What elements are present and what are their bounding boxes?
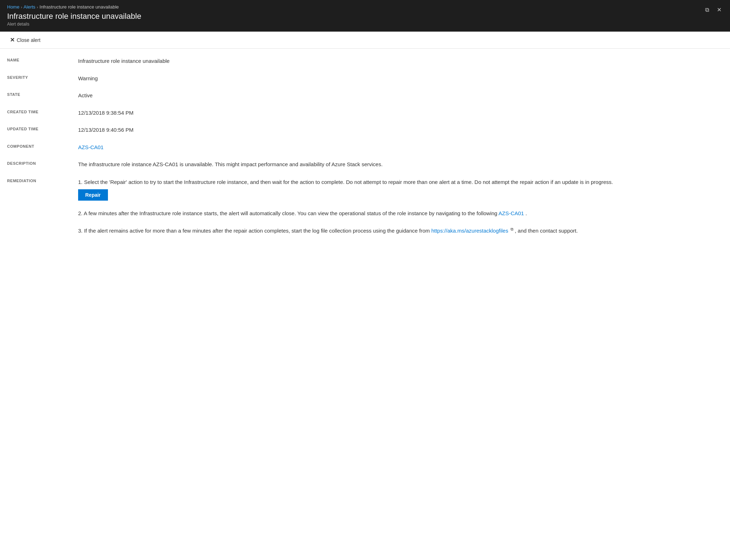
repair-button-label: Repair: [85, 192, 101, 198]
remediation-step2-suffix: .: [525, 210, 527, 216]
maximize-button[interactable]: [704, 5, 710, 15]
header-actions: [704, 5, 723, 15]
maximize-icon: [705, 7, 709, 13]
state-row: STATE Active: [7, 92, 723, 100]
close-button[interactable]: [715, 5, 723, 15]
remediation-content: 1. Select the 'Repair' action to try to …: [78, 178, 723, 244]
component-row: COMPONENT AZS-CA01: [7, 143, 723, 152]
remediation-step3-link[interactable]: https://aka.ms/azurestacklogfiles: [431, 228, 508, 234]
breadcrumb-sep-2: ›: [37, 5, 38, 9]
remediation-step-3: 3. If the alert remains active for more …: [78, 226, 723, 235]
state-label: STATE: [7, 92, 78, 97]
close-icon: [717, 7, 721, 13]
repair-button[interactable]: Repair: [78, 189, 108, 201]
description-label: DESCRIPTION: [7, 161, 78, 165]
breadcrumb-home[interactable]: Home: [7, 4, 20, 10]
severity-value: Warning: [78, 75, 723, 83]
updated-time-label: UPDATED TIME: [7, 126, 78, 131]
remediation-step2-link[interactable]: AZS-CA01: [499, 210, 524, 216]
close-alert-icon: ✕: [10, 37, 15, 43]
updated-time-value: 12/13/2018 9:40:56 PM: [78, 126, 723, 134]
component-label: COMPONENT: [7, 143, 78, 148]
created-time-row: CREATED TIME 12/13/2018 9:38:54 PM: [7, 109, 723, 117]
description-row: DESCRIPTION The infrastructure role inst…: [7, 161, 723, 169]
updated-time-row: UPDATED TIME 12/13/2018 9:40:56 PM: [7, 126, 723, 134]
name-row: NAME Infrastructure role instance unavai…: [7, 57, 723, 65]
detail-content: NAME Infrastructure role instance unavai…: [0, 49, 730, 261]
severity-label: SEVERITY: [7, 75, 78, 80]
remediation-row: REMEDIATION 1. Select the 'Repair' actio…: [7, 178, 723, 244]
severity-row: SEVERITY Warning: [7, 75, 723, 83]
created-time-label: CREATED TIME: [7, 109, 78, 114]
page-title: Infrastructure role instance unavailable: [7, 12, 723, 21]
remediation-step2-prefix: 2. A few minutes after the Infrastructur…: [78, 210, 497, 216]
description-value: The infrastructure role instance AZS-CA0…: [78, 161, 723, 169]
breadcrumb: Home › Alerts › Infrastructure role inst…: [7, 4, 723, 10]
page-header: Home › Alerts › Infrastructure role inst…: [0, 0, 730, 32]
remediation-label: REMEDIATION: [7, 178, 78, 183]
page-subtitle: Alert details: [7, 22, 723, 27]
name-label: NAME: [7, 57, 78, 62]
close-alert-button[interactable]: ✕ Close alert: [7, 35, 43, 45]
breadcrumb-alerts[interactable]: Alerts: [23, 4, 35, 10]
close-alert-label: Close alert: [17, 37, 40, 43]
remediation-step1-text: 1. Select the 'Repair' action to try to …: [78, 179, 613, 185]
external-link-icon: ⧉: [511, 227, 513, 231]
component-value[interactable]: AZS-CA01: [78, 143, 723, 152]
breadcrumb-sep-1: ›: [21, 5, 22, 9]
created-time-value: 12/13/2018 9:38:54 PM: [78, 109, 723, 117]
remediation-step-2: 2. A few minutes after the Infrastructur…: [78, 209, 723, 218]
remediation-step3-prefix: 3. If the alert remains active for more …: [78, 228, 430, 234]
remediation-step3-suffix: , and then contact support.: [515, 228, 578, 234]
breadcrumb-current: Infrastructure role instance unavailable: [39, 4, 119, 10]
name-value: Infrastructure role instance unavailable: [78, 57, 723, 65]
remediation-step-1: 1. Select the 'Repair' action to try to …: [78, 178, 723, 201]
toolbar: ✕ Close alert: [0, 32, 730, 49]
state-value: Active: [78, 92, 723, 100]
